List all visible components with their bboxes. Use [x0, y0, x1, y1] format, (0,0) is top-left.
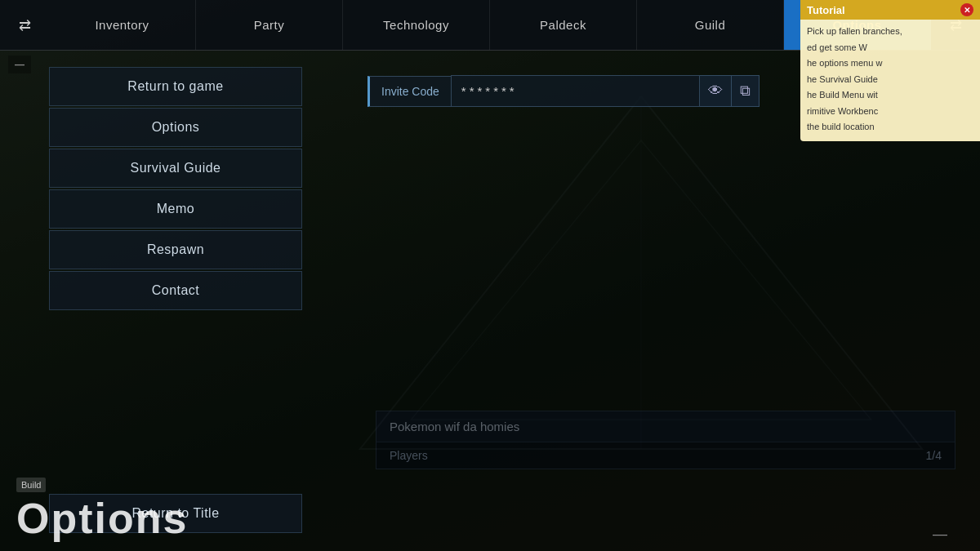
respawn-button[interactable]: Respawn [49, 230, 302, 269]
tutorial-close-icon: ✕ [964, 6, 970, 15]
tutorial-line-1: Pick up fallen branches, [807, 24, 973, 38]
page-title-area: Build Options [0, 469, 204, 551]
tab-technology[interactable]: Technology [343, 0, 490, 50]
contact-button[interactable]: Contact [49, 271, 302, 310]
survival-guide-button[interactable]: Survival Guide [49, 149, 302, 188]
invite-copy-button[interactable]: ⧉ [732, 75, 760, 107]
invite-code-row: Invite Code 👁 ⧉ [368, 75, 760, 107]
tutorial-title: Tutorial [807, 4, 845, 16]
tutorial-line-3: he options menu w [807, 56, 973, 70]
tutorial-body: Pick up fallen branches, ed get some W h… [800, 20, 980, 141]
copy-icon: ⧉ [740, 82, 751, 100]
invite-code-label: Invite Code [368, 76, 451, 107]
tutorial-panel: Tutorial ✕ Pick up fallen branches, ed g… [800, 0, 980, 141]
tutorial-header: Tutorial ✕ [800, 0, 980, 20]
tab-inventory[interactable]: Inventory [49, 0, 196, 50]
tutorial-close-button[interactable]: ✕ [960, 3, 973, 16]
tutorial-line-4: he Survival Guide [807, 73, 973, 87]
tab-guild[interactable]: Guild [637, 0, 784, 50]
build-icon-label: Build [16, 478, 46, 492]
memo-button[interactable]: Memo [49, 189, 302, 229]
tab-party[interactable]: Party [196, 0, 343, 50]
nav-tabs: Inventory Party Technology Paldeck Guild… [49, 0, 931, 50]
tab-paldeck[interactable]: Paldeck [490, 0, 637, 50]
tutorial-line-5: he Build Menu wit [807, 88, 973, 102]
tutorial-line-6: rimitive Workbenc [807, 104, 973, 118]
return-to-game-button[interactable]: Return to game [49, 67, 302, 106]
menu-spacer [49, 312, 302, 487]
tutorial-line-2: ed get some W [807, 41, 973, 55]
top-minimize-button[interactable]: — [8, 56, 31, 73]
bottom-minimize-button[interactable]: — [924, 518, 956, 551]
page-title-text: Options [16, 494, 188, 543]
invite-eye-button[interactable]: 👁 [700, 75, 732, 107]
tutorial-line-7: the build location [807, 120, 973, 134]
nav-left-arrow[interactable]: ⇄ [0, 16, 49, 34]
options-button[interactable]: Options [49, 108, 302, 147]
eye-icon: 👁 [708, 82, 723, 100]
invite-code-input[interactable] [451, 75, 700, 107]
